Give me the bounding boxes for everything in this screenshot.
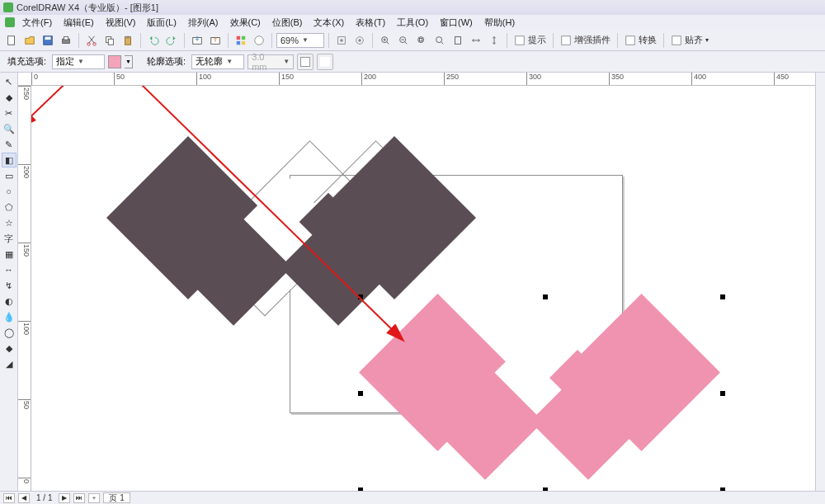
toolbar-separator (372, 33, 373, 48)
shape-tool[interactable]: ◆ (2, 90, 16, 105)
menu-view[interactable]: 视图(V) (101, 16, 140, 30)
interactive-tool[interactable]: ◐ (2, 294, 16, 309)
page-next-button[interactable]: ▶ (59, 493, 70, 503)
toolbar-separator (184, 33, 185, 48)
menu-effects[interactable]: 效果(C) (226, 16, 265, 30)
drawing-canvas[interactable] (31, 86, 815, 491)
menu-arrange[interactable]: 排列(A) (184, 16, 223, 30)
table-tool[interactable]: ▦ (2, 247, 16, 261)
toolbar-separator (228, 33, 229, 48)
redo-button[interactable] (163, 32, 180, 49)
pick-tool[interactable]: ↖ (2, 74, 16, 89)
vertical-ruler: 250200150100500 (18, 86, 31, 491)
status-bar: ⏮ ◀ 1 / 1 ▶ ⏭ ＋ 页 1 (0, 491, 825, 504)
zoom-tool[interactable]: 🔍 (2, 121, 16, 136)
connector-tool[interactable]: ↯ (2, 278, 16, 293)
hints-group[interactable]: 提示 (512, 34, 549, 46)
fill-option-value: 指定 (56, 55, 74, 68)
menu-tools[interactable]: 工具(O) (393, 16, 432, 30)
outline-option-value: 无轮廓 (196, 55, 223, 68)
menu-edit[interactable]: 编辑(E) (59, 16, 98, 30)
page-last-button[interactable]: ⏭ (73, 493, 85, 503)
import-button[interactable] (189, 32, 205, 49)
zoom-out-button[interactable] (395, 32, 412, 49)
zoom-page-button[interactable] (450, 32, 466, 49)
menu-table[interactable]: 表格(T) (351, 16, 389, 30)
zoom-selection-button[interactable] (413, 32, 430, 49)
ellipse-tool[interactable]: ○ (2, 184, 16, 199)
smart-fill-tool[interactable]: ◧ (2, 153, 16, 167)
toolbar-separator (78, 33, 79, 48)
polygon-tool[interactable]: ⬠ (2, 200, 16, 214)
fill-tool[interactable]: ◆ (2, 341, 16, 356)
align-label: 贴齐 (683, 34, 703, 46)
dropdown-arrow-icon: ▼ (302, 36, 309, 44)
outline-option-combo[interactable]: 无轮廓 ▼ (191, 54, 244, 69)
selection-handle[interactable] (358, 391, 363, 396)
page-first-button[interactable]: ⏮ (3, 493, 15, 503)
copy-button[interactable] (101, 32, 118, 49)
outline-width-combo[interactable]: 3.0 mm ▼ (248, 54, 294, 69)
enhplugin-group[interactable]: 增强插件 (558, 34, 613, 46)
zoom-height-button[interactable] (486, 32, 502, 49)
app-launcher-button[interactable] (233, 32, 249, 49)
fill-color-swatch[interactable] (108, 55, 121, 68)
outline-color-swatch[interactable] (297, 54, 314, 70)
menu-help[interactable]: 帮助(H) (480, 16, 519, 30)
undo-button[interactable] (145, 32, 162, 49)
svg-rect-16 (242, 40, 245, 44)
ruler-tick: 150 (18, 243, 31, 257)
align-group[interactable]: 贴齐 ▾ (668, 34, 711, 46)
selection-handle[interactable] (543, 294, 548, 299)
rectangle-tool[interactable]: ▭ (2, 168, 16, 183)
ruler-tick: 50 (18, 399, 31, 409)
new-button[interactable] (3, 32, 20, 49)
toolbar-separator (507, 33, 507, 48)
page-tab[interactable]: 页 1 (103, 492, 130, 503)
standard-toolbar: 69% ▼ 提示 增强插件 转换 贴齐 ▾ (0, 30, 825, 51)
open-button[interactable] (21, 32, 38, 49)
ruler-tick: 150 (279, 73, 294, 85)
svg-rect-15 (237, 40, 240, 44)
freehand-tool[interactable]: ✎ (2, 137, 16, 152)
page-prev-button[interactable]: ◀ (18, 493, 30, 503)
dimension-tool[interactable]: ↔ (2, 262, 16, 277)
svg-rect-25 (419, 38, 422, 41)
selection-handle[interactable] (720, 294, 725, 299)
outline-extra-button[interactable] (317, 54, 333, 70)
fill-option-combo[interactable]: 指定 ▼ (52, 54, 105, 69)
print-button[interactable] (58, 32, 74, 49)
page-add-button[interactable]: ＋ (88, 493, 100, 503)
svg-line-32 (31, 86, 99, 127)
save-button[interactable] (40, 32, 56, 49)
menu-file[interactable]: 文件(F) (18, 16, 56, 30)
paste-button[interactable] (120, 32, 136, 49)
export-button[interactable] (207, 32, 224, 49)
fill-color-dropdown[interactable]: ▼ (125, 55, 133, 68)
options-button[interactable] (351, 32, 368, 49)
ruler-tick: 300 (526, 73, 541, 85)
outline-tool[interactable]: ◯ (2, 325, 16, 340)
svg-rect-28 (516, 35, 525, 45)
convert-group[interactable]: 转换 (622, 34, 659, 46)
menu-text[interactable]: 文本(X) (309, 16, 348, 30)
welcome-button[interactable] (251, 32, 267, 49)
selection-handle[interactable] (358, 294, 363, 299)
eyedropper-tool[interactable]: 💧 (2, 309, 16, 324)
menu-bitmaps[interactable]: 位图(B) (268, 16, 307, 30)
text-tool[interactable]: 字 (2, 231, 16, 246)
selection-handle[interactable] (720, 391, 725, 396)
menu-window[interactable]: 窗口(W) (436, 16, 477, 30)
cut-button[interactable] (83, 32, 100, 49)
zoom-combo[interactable]: 69% ▼ (276, 33, 324, 48)
zoom-all-button[interactable] (431, 32, 448, 49)
crop-tool[interactable]: ✂ (2, 106, 16, 120)
zoom-width-button[interactable] (468, 32, 484, 49)
basic-shapes-tool[interactable]: ☆ (2, 215, 16, 230)
zoom-in-button[interactable] (377, 32, 394, 49)
toolbar-separator (140, 33, 141, 48)
vertical-scrollbar[interactable] (815, 73, 825, 491)
interactive-fill-tool[interactable]: ◢ (2, 356, 16, 371)
snap-button[interactable] (333, 32, 350, 49)
menu-layout[interactable]: 版面(L) (143, 16, 180, 30)
